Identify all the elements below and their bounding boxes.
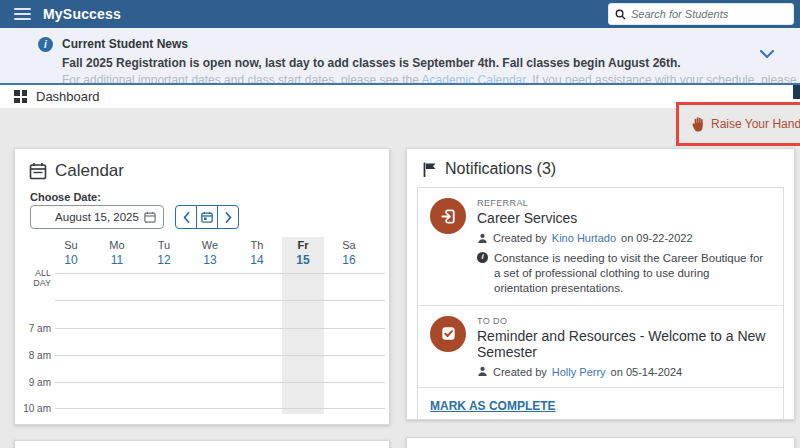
day-cell-su[interactable]: Su10 xyxy=(48,239,94,267)
news-title: Current Student News xyxy=(62,37,188,51)
dashboard-grid-icon xyxy=(14,90,27,103)
menu-edge-fragment xyxy=(793,85,800,99)
notification-title[interactable]: Reminder and Resources - Welcome to a Ne… xyxy=(477,328,771,360)
raise-your-hand-button[interactable]: Raise Your Hand xyxy=(691,116,800,132)
mark-as-complete-link[interactable]: MARK AS COMPLETE xyxy=(430,399,556,413)
day-abbr: Th xyxy=(234,239,280,251)
calendar-header: Calendar xyxy=(29,161,124,181)
breadcrumb-label: Dashboard xyxy=(36,89,100,104)
day-cell-sa[interactable]: Sa16 xyxy=(326,239,372,267)
day-number: 13 xyxy=(187,253,233,267)
day-number: 12 xyxy=(141,253,187,267)
grid-line xyxy=(55,382,385,383)
hamburger-menu-icon[interactable] xyxy=(14,8,31,20)
notifications-card: Notifications (3) REFERRAL Career Servic… xyxy=(406,148,795,420)
chevron-down-icon[interactable] xyxy=(760,50,774,59)
search-input[interactable] xyxy=(631,8,787,20)
flag-icon xyxy=(423,162,436,177)
previous-week-button[interactable] xyxy=(175,205,197,229)
day-number: 15 xyxy=(280,253,326,267)
day-cell-th[interactable]: Th14 xyxy=(234,239,280,267)
notification-title[interactable]: Career Services xyxy=(477,210,771,226)
grid-line xyxy=(55,408,385,409)
time-label-7am: 7 am xyxy=(15,323,51,334)
partial-card-right xyxy=(406,437,795,448)
created-suffix: on 05-14-2024 xyxy=(611,366,683,378)
info-icon: i xyxy=(38,37,53,52)
calendar-card: Calendar Choose Date: Su10 Mo11 Tu12 We1… xyxy=(14,148,390,425)
calendar-glyph-icon xyxy=(144,211,156,223)
grid-line xyxy=(55,273,385,274)
raise-your-hand-label: Raise Your Hand xyxy=(711,117,800,131)
top-navigation-bar: MySuccess xyxy=(0,0,800,28)
day-abbr: Su xyxy=(48,239,94,251)
raised-hand-icon xyxy=(691,116,706,132)
notification-item-referral[interactable]: REFERRAL Career Services Created by Kino… xyxy=(418,188,783,305)
partial-card-left xyxy=(14,440,390,448)
person-icon xyxy=(477,366,488,377)
day-abbr: We xyxy=(187,239,233,251)
notification-type: TO DO xyxy=(477,316,771,326)
mark-complete-row: MARK AS COMPLETE xyxy=(418,387,783,420)
day-number: 14 xyxy=(234,253,280,267)
calendar-title: Calendar xyxy=(55,161,124,181)
calendar-icon xyxy=(29,162,47,180)
author-link[interactable]: Kino Hurtado xyxy=(552,232,616,244)
person-icon xyxy=(477,233,488,244)
created-prefix: Created by xyxy=(493,366,547,378)
app-title: MySuccess xyxy=(43,6,121,22)
time-label-allday: ALL DAY xyxy=(15,268,51,288)
news-more-suffix: . If you need assistance with your sched… xyxy=(526,73,800,85)
academic-calendar-link[interactable]: Academic Calendar xyxy=(422,73,526,85)
todo-check-icon xyxy=(430,316,466,352)
created-prefix: Created by xyxy=(493,232,547,244)
day-number: 10 xyxy=(48,253,94,267)
news-body: Fall 2025 Registration is open now, last… xyxy=(62,56,722,70)
today-calendar-icon xyxy=(201,211,213,223)
day-abbr: Mo xyxy=(94,239,140,251)
day-cell-mo[interactable]: Mo11 xyxy=(94,239,140,267)
author-link[interactable]: Holly Perry xyxy=(552,366,606,378)
notifications-header: Notifications (3) xyxy=(407,149,794,187)
notification-type: REFERRAL xyxy=(477,198,771,208)
created-suffix: on 09-22-2022 xyxy=(621,232,693,244)
notification-body: REFERRAL Career Services Created by Kino… xyxy=(477,198,771,296)
created-by-line: Created by Kino Hurtado on 09-22-2022 xyxy=(477,232,771,244)
day-abbr: Tu xyxy=(141,239,187,251)
calendar-nav-buttons xyxy=(175,205,239,229)
day-number: 11 xyxy=(94,253,140,267)
grid-line xyxy=(55,355,385,356)
day-cell-we[interactable]: We13 xyxy=(187,239,233,267)
today-button[interactable] xyxy=(196,205,218,229)
notification-description: i Constance is needing to visit the Care… xyxy=(477,251,771,296)
notification-item-todo-1[interactable]: TO DO Reminder and Resources - Welcome t… xyxy=(418,305,783,387)
date-input[interactable] xyxy=(52,211,142,223)
notifications-title: Notifications (3) xyxy=(445,160,556,178)
time-label-8am: 8 am xyxy=(15,350,51,361)
next-week-button[interactable] xyxy=(217,205,239,229)
choose-date-label: Choose Date: xyxy=(30,191,101,203)
highlight-box: Raise Your Hand xyxy=(676,102,800,146)
notification-body: TO DO Reminder and Resources - Welcome t… xyxy=(477,316,771,378)
news-banner: i Current Student News Fall 2025 Registr… xyxy=(0,28,800,85)
referral-icon xyxy=(430,198,466,234)
date-picker-field[interactable] xyxy=(30,205,164,229)
news-more-prefix: For additional important dates and class… xyxy=(62,73,422,85)
page-root: MySuccess i Current Student News Fall 20… xyxy=(0,0,800,448)
day-number: 16 xyxy=(326,253,372,267)
news-more-text: For additional important dates and class… xyxy=(62,73,762,85)
day-cell-tu[interactable]: Tu12 xyxy=(141,239,187,267)
day-cell-fr-selected[interactable]: Fr15 xyxy=(280,239,326,267)
day-abbr: Sa xyxy=(326,239,372,251)
created-by-line: Created by Holly Perry on 05-14-2024 xyxy=(477,366,771,378)
grid-line xyxy=(55,300,385,301)
grid-line xyxy=(55,328,385,329)
student-search-box[interactable] xyxy=(608,3,794,25)
search-icon xyxy=(615,9,626,20)
day-abbr: Fr xyxy=(280,239,326,251)
time-label-9am: 9 am xyxy=(15,377,51,388)
description-text: Constance is needing to visit the Career… xyxy=(494,251,765,296)
chevron-left-icon xyxy=(183,212,190,223)
notifications-list: REFERRAL Career Services Created by Kino… xyxy=(417,187,784,420)
time-label-10am: 10 am xyxy=(15,403,51,414)
